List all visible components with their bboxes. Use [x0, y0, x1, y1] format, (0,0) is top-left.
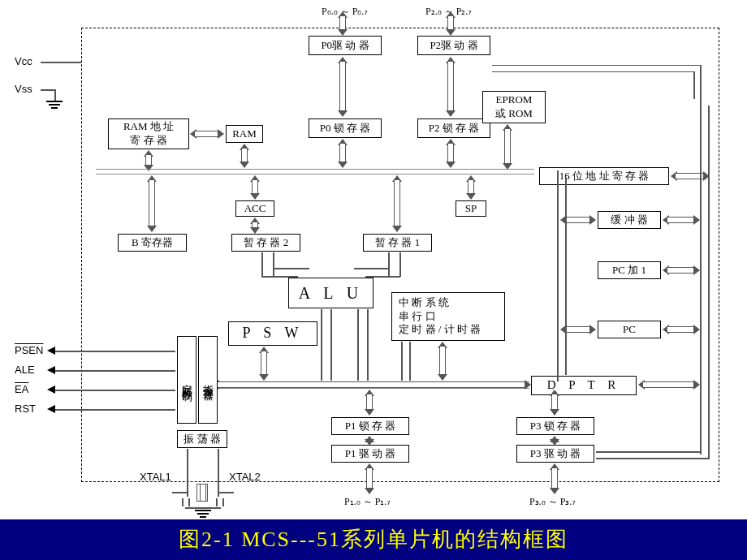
bottom-bus — [213, 379, 531, 390]
buffer-block: 缓 冲 器 — [598, 211, 661, 229]
eprom-to-bus — [502, 124, 513, 170]
p0-latch: P0 锁 存 器 — [309, 118, 382, 138]
intsys-arrow — [437, 342, 448, 381]
interrupt-system: 中 断 系 统 串 行 口 定 时 器 / 计 时 器 — [391, 292, 505, 341]
ram-to-bus — [239, 144, 250, 168]
rst-arrow — [47, 405, 55, 413]
ram-block: RAM — [226, 125, 263, 143]
p2-latch-bus — [445, 139, 456, 168]
ea-label: EA — [15, 383, 28, 395]
instruction-register: 指令寄存器 — [198, 336, 218, 424]
pc-inc-block: PC 加 1 — [598, 261, 661, 279]
dptr-right — [638, 379, 700, 390]
p3-driver: P3 驱 动 器 — [516, 445, 594, 463]
p0-drv-latch — [337, 57, 348, 117]
p2-latch: P2 锁 存 器 — [417, 118, 490, 138]
p0-driver: P0驱 动 器 — [309, 36, 382, 55]
p2-driver: P2驱 动 器 — [417, 36, 490, 55]
p0-latch-bus — [337, 139, 348, 168]
p3-latch: P3 锁 存 器 — [516, 417, 594, 435]
eprom-block: EPROM 或 ROM — [482, 91, 546, 123]
p3-latch-arrow — [549, 390, 560, 416]
ramaddr-to-ram — [190, 128, 224, 140]
xtal2-label: XTAL2 — [229, 471, 261, 483]
vss-label: Vss — [15, 83, 32, 95]
sp-block: SP — [456, 200, 486, 217]
p1-drv-arrow — [364, 436, 375, 446]
p1-latch-arrow — [364, 390, 375, 416]
xtal1-label: XTAL1 — [140, 471, 171, 483]
ale-label: ALE — [15, 364, 35, 376]
p1-latch: P1 锁 存 器 — [331, 417, 409, 435]
addr16-right — [671, 170, 710, 182]
addr16-reg: 16 位 地 址 寄 存 器 — [539, 167, 669, 185]
p1-driver: P1 驱 动 器 — [331, 445, 409, 463]
p3-range-label: P₃.₀ ～ P₃.₇ — [529, 495, 576, 509]
ea-arrow — [47, 386, 55, 394]
tmp1-block: 暂 存 器 1 — [363, 234, 432, 252]
pc-block: PC — [598, 321, 661, 338]
crystal-symbol — [196, 484, 208, 502]
psw-block: P S W — [228, 321, 317, 346]
psen-arrow — [47, 347, 55, 355]
acc-block: ACC — [235, 200, 274, 217]
p3-out-arrow — [549, 463, 560, 494]
psw-arrow — [258, 347, 270, 381]
ale-arrow — [47, 366, 55, 374]
buf-right — [663, 214, 700, 226]
p0-arrow-top — [337, 11, 348, 36]
p1-range-label: P₁.₀ ～ P₁.₇ — [344, 495, 391, 509]
dptr-block: D P T R — [531, 376, 637, 395]
breg-arrow — [146, 175, 158, 232]
p2-arrow-top — [445, 11, 456, 36]
vcc-label: Vcc — [15, 55, 32, 67]
tmp1-arrow — [391, 175, 403, 232]
pcinc-right — [663, 265, 700, 276]
tmp2-arrow — [249, 218, 261, 234]
diagram-area: Vcc Vss P₀.₀ ～ P₀.₇ P₂.₀ ～ P₂.₇ P0驱 动 器 … — [0, 0, 747, 519]
p2-drv-latch — [445, 57, 456, 117]
alu-block: A L U — [288, 278, 374, 308]
b-register: B 寄存器 — [118, 234, 187, 252]
ram-addr-reg: RAM 地 址 寄 存 器 — [108, 118, 189, 149]
oscillator: 振 荡 器 — [177, 430, 227, 448]
figure-caption: 图2-1 MCS---51系列单片机的结构框图 — [0, 519, 747, 560]
pc-right — [663, 324, 700, 335]
psen-label: PSEN — [15, 344, 43, 356]
rst-label: RST — [15, 403, 36, 415]
sp-arrow — [465, 175, 477, 200]
p3-drv-arrow — [549, 436, 560, 446]
timing-control: 定时及控制 — [177, 336, 196, 424]
p1-out-arrow — [364, 463, 375, 494]
tmp2-block: 暂 存 器 2 — [231, 234, 300, 252]
acc-arrow — [249, 175, 261, 200]
